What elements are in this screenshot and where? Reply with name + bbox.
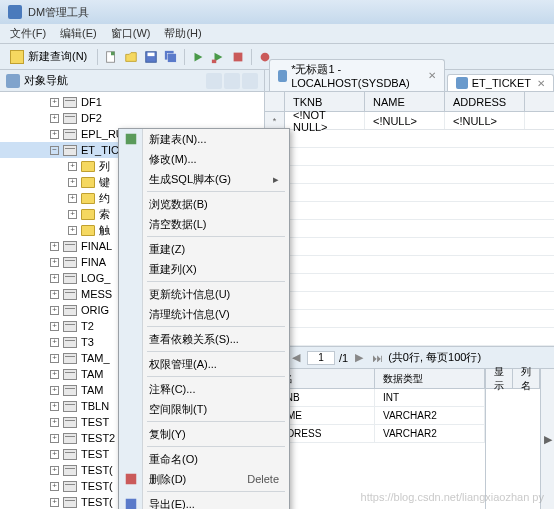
- menu-item-l[interactable]: 清空数据(L): [119, 214, 289, 234]
- menu-edit[interactable]: 编辑(E): [54, 24, 103, 43]
- pager-page-input[interactable]: [307, 351, 335, 365]
- menu-help[interactable]: 帮助(H): [158, 24, 207, 43]
- menu-window[interactable]: 窗口(W): [105, 24, 157, 43]
- expand-icon[interactable]: +: [50, 258, 59, 267]
- pager-last[interactable]: ⏭: [370, 351, 384, 365]
- tab-label: ET_TICKET: [472, 77, 531, 89]
- sidebar-tool-link[interactable]: [206, 73, 222, 89]
- new-query-button[interactable]: 新建查询(N): [4, 47, 93, 66]
- columns-grid[interactable]: 列名数据类型 TKNBINTNAMEVARCHAR2ADDRESSVARCHAR…: [265, 369, 485, 509]
- pager-prev[interactable]: ◀: [289, 351, 303, 365]
- menu-label: 导出(E)...: [149, 497, 195, 510]
- expand-icon[interactable]: +: [50, 354, 59, 363]
- expand-icon[interactable]: +: [50, 290, 59, 299]
- expand-icon[interactable]: +: [50, 322, 59, 331]
- tab-et_ticket[interactable]: ET_TICKET✕: [447, 74, 554, 91]
- toolbar-save[interactable]: [142, 48, 160, 66]
- menu-item-v[interactable]: 清理统计信息(V): [119, 304, 289, 324]
- col-header[interactable]: 列名: [513, 369, 540, 388]
- menu-item-o[interactable]: 重命名(O): [119, 449, 289, 469]
- scroll-right[interactable]: ▶: [540, 369, 554, 509]
- menu-item-t[interactable]: 空间限制(T): [119, 399, 289, 419]
- expand-icon[interactable]: +: [50, 418, 59, 427]
- data-grid[interactable]: TKNBNAMEADDRESS *<!NOT NULL><!NULL><!NUL…: [265, 92, 554, 346]
- tree-label: FINAL: [81, 240, 112, 252]
- toolbar-open[interactable]: [122, 48, 140, 66]
- menu-item-y[interactable]: 复制(Y): [119, 424, 289, 444]
- menu-item-d[interactable]: 删除(D)Delete: [119, 469, 289, 489]
- expand-icon[interactable]: +: [50, 274, 59, 283]
- expand-icon[interactable]: +: [50, 498, 59, 507]
- toolbar-run[interactable]: [189, 48, 207, 66]
- svg-rect-1: [111, 51, 115, 55]
- menu-item-z[interactable]: 重建(Z): [119, 239, 289, 259]
- expand-icon[interactable]: +: [50, 114, 59, 123]
- svg-rect-6: [212, 59, 216, 63]
- toolbar-new[interactable]: [102, 48, 120, 66]
- pager: ⏮ ◀ /1 ▶ ⏭ (共0行, 每页100行): [265, 347, 554, 369]
- schema-row[interactable]: ADDRESSVARCHAR2: [265, 425, 485, 443]
- tree-node-df2[interactable]: +DF2: [0, 110, 264, 126]
- col-header[interactable]: 显示: [486, 369, 513, 388]
- menu-item-b[interactable]: 浏览数据(B): [119, 194, 289, 214]
- menu-file[interactable]: 文件(F): [4, 24, 52, 43]
- menu-item-e[interactable]: 导出(E)...: [119, 494, 289, 509]
- expand-icon[interactable]: +: [68, 194, 77, 203]
- close-icon[interactable]: ✕: [537, 78, 545, 89]
- schema-row[interactable]: TKNBINT: [265, 389, 485, 407]
- expand-icon[interactable]: +: [50, 434, 59, 443]
- expand-icon[interactable]: +: [50, 450, 59, 459]
- tree-node-df1[interactable]: +DF1: [0, 94, 264, 110]
- expand-icon[interactable]: +: [50, 402, 59, 411]
- expand-icon[interactable]: +: [68, 162, 77, 171]
- menu-item-sqlg[interactable]: 生成SQL脚本(G)▸: [119, 169, 289, 189]
- grid-cell[interactable]: <!NOT NULL>: [285, 112, 365, 129]
- tab-1localhostsysdba[interactable]: *无标题1 - LOCALHOST(SYSDBA)✕: [269, 59, 445, 91]
- toolbar-save-all[interactable]: [162, 48, 180, 66]
- menu-item-x[interactable]: 重建列(X): [119, 259, 289, 279]
- toolbar-stop[interactable]: [229, 48, 247, 66]
- table-icon: [63, 241, 77, 252]
- expand-icon[interactable]: +: [50, 370, 59, 379]
- expand-icon[interactable]: +: [50, 466, 59, 475]
- tree-label: LOG_: [81, 272, 110, 284]
- display-grid[interactable]: 显示列名: [485, 369, 540, 509]
- new-query-icon: [10, 50, 24, 64]
- expand-icon[interactable]: +: [50, 386, 59, 395]
- expand-icon[interactable]: +: [68, 210, 77, 219]
- expand-icon[interactable]: +: [50, 242, 59, 251]
- col-header[interactable]: 数据类型: [375, 369, 485, 388]
- menu-item-u[interactable]: 更新统计信息(U): [119, 284, 289, 304]
- grid-cell[interactable]: <!NULL>: [445, 112, 525, 129]
- sidebar-tool-menu[interactable]: [242, 73, 258, 89]
- menu-item-c[interactable]: 注释(C)...: [119, 379, 289, 399]
- menu-label: 重命名(O): [149, 452, 198, 467]
- close-icon[interactable]: ✕: [428, 70, 436, 81]
- expand-icon[interactable]: +: [68, 226, 77, 235]
- expand-icon[interactable]: −: [50, 146, 59, 155]
- expand-icon[interactable]: +: [50, 306, 59, 315]
- schema-row[interactable]: NAMEVARCHAR2: [265, 407, 485, 425]
- folder-icon: [81, 177, 95, 188]
- tab-icon: [278, 70, 287, 82]
- pager-next[interactable]: ▶: [352, 351, 366, 365]
- column-header-name[interactable]: NAME: [365, 92, 445, 111]
- expand-icon[interactable]: +: [68, 178, 77, 187]
- table-icon: [63, 97, 77, 108]
- menu-item-s[interactable]: 查看依赖关系(S)...: [119, 329, 289, 349]
- menu-item-a[interactable]: 权限管理(A)...: [119, 354, 289, 374]
- grid-row[interactable]: *<!NOT NULL><!NULL><!NULL>: [265, 112, 554, 130]
- toolbar-run-selected[interactable]: [209, 48, 227, 66]
- expand-icon[interactable]: +: [50, 482, 59, 491]
- expand-icon[interactable]: +: [50, 338, 59, 347]
- expand-icon[interactable]: +: [50, 98, 59, 107]
- sidebar-tool-filter[interactable]: [224, 73, 240, 89]
- grid-cell[interactable]: <!NULL>: [365, 112, 445, 129]
- context-menu: 新建表(N)...修改(M)...生成SQL脚本(G)▸浏览数据(B)清空数据(…: [118, 128, 290, 509]
- column-header-address[interactable]: ADDRESS: [445, 92, 525, 111]
- expand-icon[interactable]: +: [50, 130, 59, 139]
- menu-item-n[interactable]: 新建表(N)...: [119, 129, 289, 149]
- table-icon: [63, 257, 77, 268]
- tree-label: T3: [81, 336, 94, 348]
- menu-item-m[interactable]: 修改(M)...: [119, 149, 289, 169]
